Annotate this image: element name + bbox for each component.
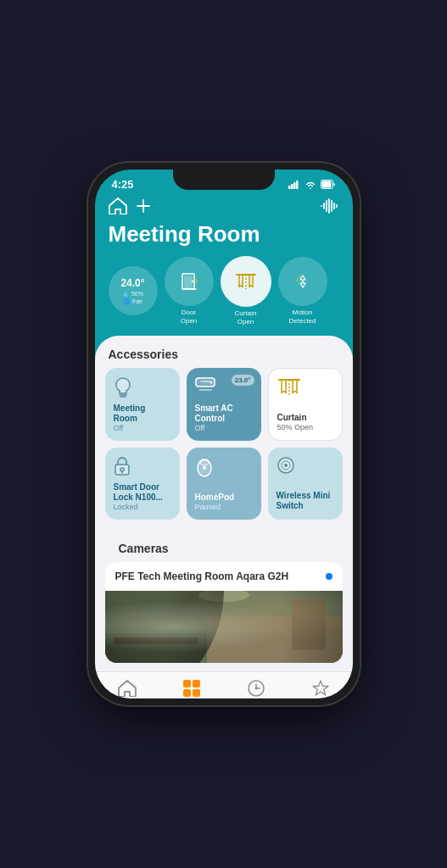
svg-rect-45	[114, 637, 198, 644]
svg-point-37	[203, 466, 206, 470]
wireless-switch-name: Wireless Mini Switch	[277, 491, 334, 511]
accessory-homepod[interactable]: HomePod Paused	[187, 448, 261, 520]
smart-ac-name: Smart AC Control	[195, 403, 253, 424]
accessory-smart-door[interactable]: Smart Door Lock N100... Locked	[105, 448, 180, 520]
phone-frame: 4:25	[88, 163, 360, 705]
homepod-name: HomePod	[195, 492, 253, 503]
svg-rect-42	[105, 633, 207, 663]
svg-point-46	[198, 591, 249, 602]
sensors-row: 24.0° 💧 56%🌀 Fair DoorOpen	[95, 256, 353, 336]
svg-point-29	[210, 381, 212, 384]
svg-point-18	[191, 281, 193, 282]
accessory-meeting-room[interactable]: Meeting Room Off	[105, 368, 180, 441]
motion-icon	[293, 272, 312, 291]
home-tab-icon	[118, 679, 137, 698]
room-title: Meeting Room	[95, 221, 353, 256]
camera-card[interactable]: PFE Tech Meeting Room Aqara G2H	[105, 562, 343, 663]
notch	[173, 170, 275, 190]
home-icon[interactable]	[109, 198, 127, 214]
sensor-door[interactable]: DoorOpen	[165, 257, 214, 325]
sensor-motion[interactable]: MotionDetected	[278, 257, 327, 325]
signal-icon	[288, 180, 300, 189]
accessory-wireless-switch[interactable]: Wireless Mini Switch	[268, 448, 343, 520]
accessory-smart-ac[interactable]: 23.0° Smart AC Control Off	[187, 368, 261, 441]
wifi-icon	[305, 180, 316, 189]
automation-tab-icon	[247, 679, 265, 698]
svg-rect-50	[183, 689, 191, 697]
svg-marker-54	[313, 681, 328, 695]
tab-discover[interactable]: Discover	[288, 679, 353, 698]
camera-preview[interactable]	[105, 591, 343, 663]
door-icon	[180, 272, 198, 291]
accessory-curtain[interactable]: Curtain 50% Open	[268, 368, 343, 441]
ac-temp-badge: 23.0°	[232, 375, 254, 386]
main-content: Accessories Meeting Room Off	[95, 336, 353, 698]
camera-header: PFE Tech Meeting Room Aqara G2H	[105, 562, 343, 591]
tab-home[interactable]: Home	[95, 679, 159, 698]
header-left	[109, 198, 151, 214]
svg-rect-0	[288, 186, 291, 189]
waveform-icon[interactable]	[321, 198, 339, 214]
curtain-name: Curtain	[277, 413, 333, 423]
sensor-temperature[interactable]: 24.0° 💧 56%🌀 Fair	[109, 266, 158, 315]
svg-rect-2	[293, 182, 296, 189]
svg-rect-41	[105, 591, 343, 663]
svg-rect-16	[184, 275, 193, 289]
phone-screen: 4:25	[95, 170, 353, 698]
sensor-curtain[interactable]: CurtainOpen	[221, 256, 271, 326]
svg-point-36	[200, 460, 209, 465]
discover-tab-icon	[311, 679, 330, 698]
svg-rect-3	[296, 181, 299, 189]
bulb-icon	[114, 376, 171, 398]
smart-ac-status: Off	[195, 424, 253, 432]
homepod-status: Paused	[195, 503, 253, 511]
status-time: 4:25	[112, 178, 134, 191]
camera-name: PFE Tech Meeting Room Aqara G2H	[115, 570, 289, 582]
tab-automation[interactable]: Automation	[224, 679, 288, 698]
accessories-label: Accessories	[95, 336, 353, 368]
svg-rect-51	[193, 689, 200, 697]
camera-active-dot	[326, 573, 332, 580]
switch-icon	[277, 456, 334, 475]
camera-fisheye-overlay	[105, 591, 343, 663]
homepod-icon	[195, 456, 253, 478]
tab-bar: Home Rooms	[95, 671, 353, 698]
curtain-status: 50% Open	[277, 423, 333, 431]
curtain-tile-icon	[277, 377, 333, 396]
svg-point-47	[105, 591, 224, 663]
cameras-section: Cameras PFE Tech Meeting Room Aqara G2H	[95, 526, 353, 671]
svg-point-53	[254, 687, 257, 690]
smart-door-name: Smart Door Lock N100...	[114, 482, 171, 503]
meeting-room-name: Meeting Room	[114, 403, 171, 424]
lock-icon	[114, 456, 171, 476]
header-bar	[95, 194, 353, 221]
svg-rect-44	[292, 599, 326, 650]
rooms-tab-icon	[182, 679, 201, 698]
accessories-grid: Meeting Room Off 23.0°	[95, 368, 353, 526]
meeting-room-status: Off	[114, 424, 171, 432]
svg-rect-43	[207, 616, 343, 663]
svg-rect-48	[183, 680, 191, 687]
add-icon[interactable]	[136, 198, 151, 214]
smart-door-status: Locked	[114, 503, 171, 511]
svg-point-40	[284, 464, 288, 467]
status-icons	[288, 180, 336, 189]
svg-marker-22	[300, 283, 305, 287]
tab-rooms[interactable]: Rooms	[159, 679, 224, 698]
battery-icon	[321, 180, 336, 189]
svg-rect-49	[193, 680, 200, 687]
svg-rect-5	[321, 181, 331, 188]
svg-rect-1	[291, 184, 293, 189]
cameras-label: Cameras	[105, 530, 343, 562]
curtain-icon	[235, 272, 257, 291]
